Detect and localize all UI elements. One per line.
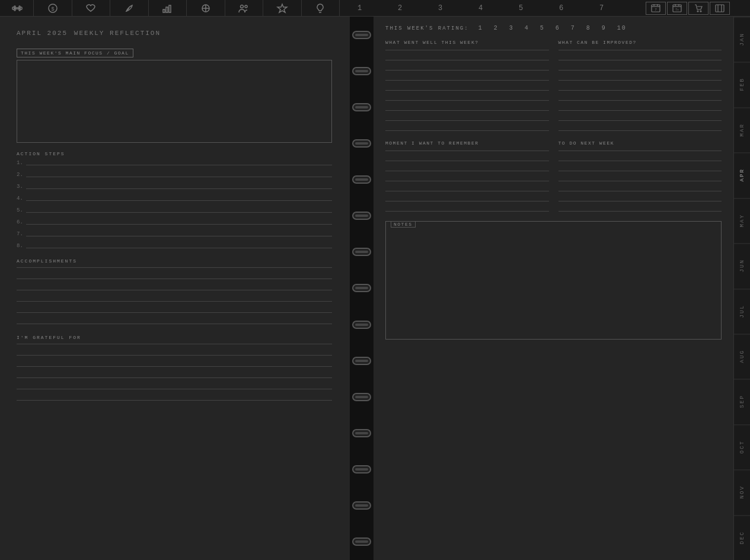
rating-row: THIS WEEK'S RATING: 1 2 3 4 5 6 7 8 9 10 (385, 25, 722, 31)
icon-meal[interactable] (710, 2, 730, 15)
rating-6[interactable]: 6 (556, 25, 560, 31)
icon-week-view[interactable]: 7+ (667, 2, 687, 15)
main-focus-box[interactable] (17, 60, 332, 143)
icon-star[interactable] (263, 0, 302, 17)
date-num-4[interactable]: 4 (461, 4, 501, 12)
icon-fitness[interactable] (1, 0, 34, 17)
moment-todo-columns: MOMENT I WANT TO REMEMBER TO DO NEXT WEE… (385, 140, 722, 212)
rating-label: THIS WEEK'S RATING: (385, 25, 469, 31)
rating-4[interactable]: 4 (525, 25, 529, 31)
ring-1 (352, 31, 371, 39)
ring-5 (352, 175, 371, 184)
svg-rect-10 (169, 5, 171, 12)
date-num-7[interactable]: 7 (582, 4, 622, 12)
date-num-1[interactable]: 1 (340, 4, 380, 12)
svg-point-28 (697, 11, 698, 12)
icon-heart[interactable] (72, 0, 111, 17)
svg-text:7+: 7+ (675, 8, 679, 12)
notes-section: NOTES (385, 221, 722, 340)
date-num-5[interactable]: 5 (501, 4, 541, 12)
todo-label: TO DO NEXT WEEK (558, 140, 722, 146)
ring-13 (352, 465, 371, 473)
moment-col: MOMENT I WANT TO REMEMBER (385, 140, 549, 212)
went-well-col: WHAT WENT WELL THIS WEEK? (385, 40, 549, 131)
icon-people[interactable] (225, 0, 264, 17)
svg-text:7: 7 (655, 8, 657, 12)
rating-5[interactable]: 5 (540, 25, 545, 31)
svg-point-15 (245, 5, 247, 8)
svg-text:$: $ (51, 7, 55, 12)
month-jan[interactable]: JAN (734, 17, 750, 62)
step-6: 6. (17, 219, 332, 226)
month-nov[interactable]: NOV (734, 469, 750, 514)
step-1: 1. (17, 160, 332, 167)
icon-cart[interactable] (688, 2, 708, 15)
accomplishments-section: ACCOMPLISHMENTS (17, 258, 332, 324)
step-7: 7. (17, 231, 332, 238)
icon-leaf[interactable] (110, 0, 149, 17)
binder-spine (350, 17, 374, 560)
svg-rect-4 (15, 8, 19, 9)
icon-brain[interactable] (187, 0, 225, 17)
ring-11 (352, 393, 371, 401)
ring-6 (352, 212, 371, 220)
rating-1[interactable]: 1 (478, 25, 483, 31)
todo-col: TO DO NEXT WEEK (558, 140, 722, 212)
rating-2[interactable]: 2 (494, 25, 499, 31)
rating-9[interactable]: 9 (602, 25, 607, 31)
grateful-section: I'M GRATEFUL FOR (17, 335, 332, 401)
icon-chart[interactable] (149, 0, 187, 17)
rating-7[interactable]: 7 (571, 25, 576, 31)
improved-col: WHAT CAN BE IMPROVED? (558, 40, 722, 131)
month-mar[interactable]: MAR (734, 107, 750, 152)
main-focus-label: THIS WEEK'S MAIN FOCUS / GOAL (17, 49, 133, 57)
svg-rect-30 (716, 5, 724, 12)
page-title: APRIL 2025 WEEKLY REFLECTION (17, 28, 332, 37)
ring-9 (352, 321, 371, 329)
icon-lightbulb[interactable] (302, 0, 340, 17)
icon-calendar-view[interactable]: 7 (646, 2, 666, 15)
ring-10 (352, 357, 371, 365)
moment-label: MOMENT I WANT TO REMEMBER (385, 140, 549, 146)
rating-3[interactable]: 3 (509, 25, 514, 31)
right-page: THIS WEEK'S RATING: 1 2 3 4 5 6 7 8 9 10… (374, 17, 733, 560)
ring-2 (352, 67, 371, 75)
ring-4 (352, 139, 371, 148)
month-oct[interactable]: OCT (734, 424, 750, 469)
svg-rect-9 (166, 7, 168, 12)
month-apr[interactable]: APR (734, 152, 750, 197)
svg-point-29 (700, 11, 701, 12)
improved-label: WHAT CAN BE IMPROVED? (558, 40, 722, 45)
icon-money[interactable]: $ (34, 0, 72, 17)
moment-lines (385, 151, 549, 212)
date-num-6[interactable]: 6 (541, 4, 582, 12)
main-focus-section: THIS WEEK'S MAIN FOCUS / GOAL (17, 47, 332, 143)
date-num-3[interactable]: 3 (420, 4, 461, 12)
ring-14 (352, 501, 371, 510)
action-steps-label: ACTION STEPS (17, 151, 332, 156)
rating-10[interactable]: 10 (617, 25, 627, 31)
svg-point-14 (241, 5, 244, 8)
rating-numbers: 1 2 3 4 5 6 7 8 9 10 (478, 25, 627, 31)
month-dec[interactable]: DEC (734, 515, 750, 560)
rating-8[interactable]: 8 (586, 25, 591, 31)
date-num-2[interactable]: 2 (380, 4, 420, 12)
todo-lines (558, 151, 722, 212)
svg-rect-8 (163, 9, 165, 12)
month-sidebar: JAN FEB MAR APR MAY JUN JUL AUG SEP OCT … (733, 17, 750, 560)
month-may[interactable]: MAY (734, 198, 750, 243)
step-5: 5. (17, 207, 332, 215)
month-feb[interactable]: FEB (734, 62, 750, 107)
step-2: 2. (17, 172, 332, 179)
went-well-label: WHAT WENT WELL THIS WEEK? (385, 40, 549, 45)
notes-label: NOTES (391, 221, 416, 228)
notes-box[interactable]: NOTES (385, 221, 722, 340)
month-sep[interactable]: SEP (734, 379, 750, 424)
month-aug[interactable]: AUG (734, 334, 750, 379)
left-page: APRIL 2025 WEEKLY REFLECTION THIS WEEK'S… (0, 17, 350, 560)
step-8: 8. (17, 243, 332, 250)
step-3: 3. (17, 184, 332, 191)
action-steps-section: ACTION STEPS 1. 2. 3. 4. (17, 151, 332, 250)
month-jul[interactable]: JUL (734, 289, 750, 334)
month-jun[interactable]: JUN (734, 243, 750, 288)
